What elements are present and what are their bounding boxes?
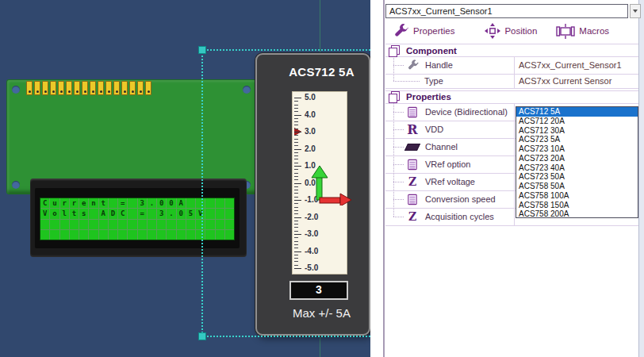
property-value[interactable]: ACS7xx Current Sensor (519, 74, 611, 88)
major-tick (294, 268, 301, 269)
lcd-cell (40, 220, 49, 229)
lcd-cell: u (50, 198, 59, 208)
selection-handle[interactable] (198, 332, 206, 340)
lcd-pin (42, 81, 48, 95)
device-list[interactable]: ACS712 5AACS712 20AACS712 30AACS723 5AAC… (516, 106, 638, 218)
lcd-cell (186, 220, 195, 229)
lcd-cell (89, 230, 98, 240)
combobox-dropdown-button[interactable] (630, 4, 641, 18)
device-list-item[interactable]: ACS758 100A (516, 191, 638, 201)
component-combobox[interactable]: ACS7xx_Current_Sensor1 (385, 4, 628, 18)
lcd-cell (99, 220, 108, 229)
lcd-cell (60, 230, 69, 240)
parallelogram-icon (404, 144, 420, 151)
lcd-cell (196, 198, 205, 208)
window-edge-strip (638, 0, 644, 357)
minor-tick (294, 129, 298, 129)
device-list-item[interactable]: ACS712 5A (516, 107, 638, 117)
lcd-cell (148, 220, 156, 229)
lcd-cell (186, 198, 195, 208)
lcd-cell (118, 230, 127, 240)
lcd-cell (128, 220, 136, 229)
pages-icon (388, 44, 401, 57)
lcd-cell (79, 220, 88, 229)
lcd-cell (225, 220, 234, 229)
lcd-cell: 3 (157, 209, 166, 218)
minor-tick (294, 224, 298, 225)
mounting-hole (12, 181, 20, 189)
wrench-icon (393, 23, 409, 40)
schematic-canvas[interactable]: Current=3.00AVoltsADC=3.05V ACS712 5A 5.… (0, 0, 370, 357)
minor-tick (294, 142, 298, 143)
list-icon (404, 159, 420, 171)
lcd-cell (138, 220, 147, 229)
minor-tick (294, 203, 298, 204)
lcd-pin (129, 81, 136, 95)
list-icon (404, 106, 420, 118)
pane-divider[interactable] (383, 0, 385, 357)
lcd-module-pcb[interactable]: Current=3.00AVoltsADC=3.05V (6, 79, 262, 194)
app-window: Current=3.00AVoltsADC=3.05V ACS712 5A 5.… (0, 0, 644, 357)
tick-label: -4.0 (305, 247, 318, 256)
device-list-item[interactable]: ACS712 30A (516, 126, 638, 136)
device-list-item[interactable]: ACS723 40A (516, 163, 638, 173)
z-letter-icon: Z (404, 175, 420, 188)
lcd-cell (118, 220, 127, 229)
major-tick (294, 200, 301, 201)
lcd-cell: D (109, 209, 117, 218)
device-list-item[interactable]: ACS758 200A (516, 209, 638, 218)
lcd-cell: V (196, 209, 205, 218)
device-list-item[interactable]: ACS723 5A (516, 135, 638, 144)
lcd-pin (113, 81, 120, 95)
minor-tick (294, 145, 298, 146)
property-label: VRef voltage (425, 177, 475, 186)
lcd-cell (186, 230, 195, 240)
tick-label: 4.0 (305, 110, 316, 120)
major-tick (294, 115, 301, 116)
lcd-cell (70, 230, 79, 240)
lcd-cell (50, 230, 59, 240)
minor-tick (294, 101, 298, 102)
lcd-cell (157, 220, 166, 229)
position-icon (485, 23, 500, 39)
gauge-value-input[interactable]: 3 (289, 281, 348, 300)
device-list-item[interactable]: ACS758 50A (516, 182, 638, 191)
minor-tick (294, 210, 298, 211)
position-button[interactable]: Position (485, 23, 537, 39)
property-label: VDD (425, 125, 443, 134)
device-list-item[interactable]: ACS723 50A (516, 172, 638, 182)
tick-label: 3.0 (305, 127, 316, 136)
lcd-cell (138, 230, 147, 240)
lcd-cell (109, 230, 117, 240)
lcd-cell: r (60, 198, 69, 208)
gauge-max-label: Max +/- 5A (257, 306, 369, 320)
component-section-header[interactable]: Component (385, 44, 638, 56)
major-tick (294, 132, 301, 132)
lcd-pin-header (26, 81, 151, 95)
lcd-cell: 0 (167, 198, 175, 208)
macros-button[interactable]: Macros (556, 24, 609, 39)
lcd-cell: A (177, 198, 186, 208)
property-label: VRef option (425, 159, 470, 169)
lcd-cell (167, 220, 175, 229)
lcd-cell (50, 220, 59, 229)
properties-button[interactable]: Properties (393, 23, 454, 40)
minor-tick (294, 105, 298, 106)
section-title: Properties (406, 92, 451, 102)
device-list-item[interactable]: ACS712 20A (516, 117, 638, 126)
device-list-item[interactable]: ACS758 150A (516, 201, 638, 210)
property-value[interactable]: ACS7xx_Current_Sensor1 (519, 56, 622, 74)
selection-handle[interactable] (198, 46, 206, 54)
lcd-cell (60, 220, 69, 229)
lcd-cell: e (79, 198, 88, 208)
z-letter-icon: Z (404, 210, 420, 223)
lcd-cell: l (60, 209, 69, 218)
device-list-item[interactable]: ACS723 20A (516, 154, 638, 163)
minor-tick (294, 255, 298, 255)
minor-tick (294, 186, 298, 187)
lcd-cell (79, 230, 88, 240)
properties-section-header[interactable]: Properties (385, 90, 638, 102)
device-list-item[interactable]: ACS723 10A (516, 144, 638, 154)
lcd-pin (90, 81, 96, 95)
lcd-pin (105, 81, 112, 95)
